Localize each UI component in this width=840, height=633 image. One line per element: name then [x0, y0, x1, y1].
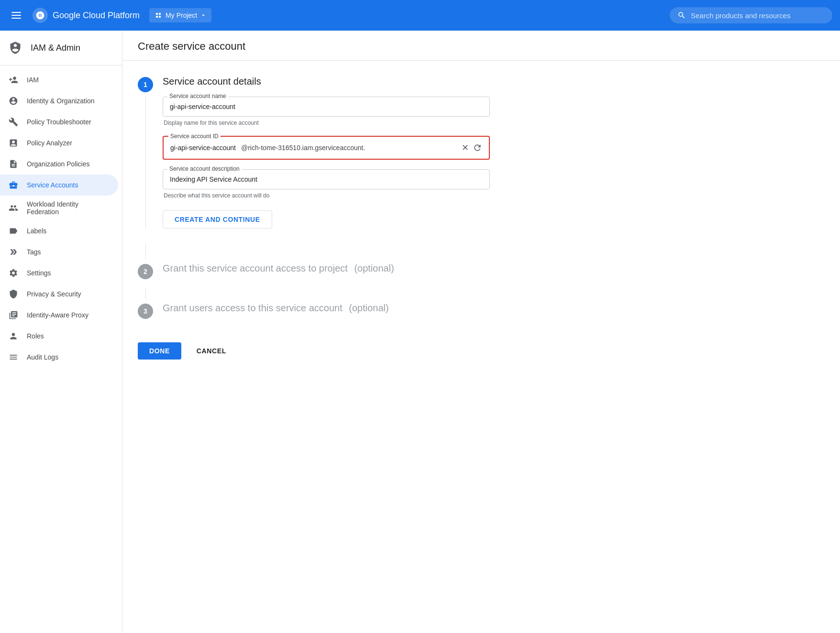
step-2-content: Grant this service account access to pro… — [163, 263, 490, 284]
name-field-wrapper: Service account name — [163, 97, 490, 117]
sidebar-item-service-accounts[interactable]: Service Accounts — [0, 175, 118, 196]
main-content: Create service account 1 Service account… — [122, 31, 840, 633]
sidebar-item-label-policy-analyzer: Policy Analyzer — [27, 139, 72, 147]
name-field-label: Service account name — [167, 93, 228, 99]
content-body: 1 Service account details Service accoun… — [122, 61, 505, 375]
menu-button[interactable] — [8, 8, 25, 22]
main-layout: IAM & Admin IAM Identity & Organization — [0, 31, 840, 633]
svg-point-2 — [156, 16, 158, 18]
person-add-icon — [8, 74, 19, 86]
id-field-label: Service account ID — [168, 133, 221, 140]
id-field-domain: @rich-tome-316510.iam.gserviceaccount. — [241, 144, 458, 152]
group-icon — [8, 202, 19, 214]
sidebar-item-label-service-accounts: Service Accounts — [27, 181, 78, 189]
double-arrow-icon — [8, 246, 19, 258]
sidebar-item-workload-identity[interactable]: Workload Identity Federation — [0, 196, 118, 220]
manage-accounts-icon — [8, 179, 19, 191]
service-account-name-input[interactable] — [163, 97, 490, 117]
sidebar-item-label-labels: Labels — [27, 227, 46, 235]
project-selector[interactable]: My Project — [149, 8, 211, 22]
sidebar-item-policy-analyzer[interactable]: Policy Analyzer — [0, 132, 118, 153]
sidebar-item-tags[interactable]: Tags — [0, 241, 118, 262]
step-3-title: Grant users access to this service accou… — [163, 303, 490, 314]
svg-point-1 — [159, 13, 161, 15]
service-account-id-field: Service account ID gi-api-service-accoun… — [163, 136, 490, 160]
step-connector-2-3 — [138, 287, 490, 299]
step-3-optional: (optional) — [349, 303, 388, 313]
content-header: Create service account — [122, 31, 840, 61]
wrench-icon — [8, 116, 19, 128]
search-bar[interactable]: Search products and resources — [670, 7, 832, 23]
view-list-icon — [8, 309, 19, 321]
account-circle-icon — [8, 95, 19, 107]
id-field-refresh-button[interactable] — [473, 143, 482, 153]
step-3: 3 Grant users access to this service acc… — [138, 303, 490, 323]
svg-point-3 — [159, 16, 161, 18]
description-field-hint: Describe what this service account will … — [163, 192, 490, 199]
step-3-content: Grant users access to this service accou… — [163, 303, 490, 323]
step-connector-1-2 — [138, 244, 490, 259]
cancel-button[interactable]: CANCEL — [185, 342, 238, 360]
step-2-optional: (optional) — [354, 263, 394, 273]
logo-icon — [33, 8, 48, 23]
app-logo: Google Cloud Platform — [33, 8, 140, 23]
sidebar-nav: IAM Identity & Organization Policy Troub… — [0, 65, 122, 371]
sidebar-item-settings[interactable]: Settings — [0, 262, 118, 284]
id-field-actions: ✕ — [462, 142, 482, 153]
sidebar-title: IAM & Admin — [31, 43, 80, 53]
create-and-continue-button[interactable]: CREATE AND CONTINUE — [163, 210, 272, 229]
page-title: Create service account — [138, 40, 825, 53]
sidebar-item-identity-aware-proxy[interactable]: Identity-Aware Proxy — [0, 305, 118, 326]
sidebar-header: IAM & Admin — [0, 31, 122, 65]
sidebar-item-label-audit-logs: Audit Logs — [27, 353, 58, 361]
service-account-description-input[interactable] — [163, 169, 490, 189]
sidebar-item-label-tags: Tags — [27, 248, 41, 256]
step-2-title: Grant this service account access to pro… — [163, 263, 490, 274]
search-placeholder: Search products and resources — [691, 11, 790, 20]
id-field-main-value: gi-api-service-account — [170, 144, 237, 152]
settings-icon — [8, 267, 19, 279]
app-header: Google Cloud Platform My Project Search … — [0, 0, 840, 31]
service-account-description-field: Service account description Describe wha… — [163, 169, 490, 199]
step-1: 1 Service account details Service accoun… — [138, 76, 490, 229]
id-field-clear-button[interactable]: ✕ — [462, 142, 469, 153]
shield-icon — [8, 288, 19, 300]
name-field-hint: Display name for this service account — [163, 120, 490, 126]
sidebar-item-label-workload-identity: Workload Identity Federation — [27, 200, 111, 216]
sidebar-item-identity-org[interactable]: Identity & Organization — [0, 90, 118, 111]
sidebar-item-policy-troubleshooter[interactable]: Policy Troubleshooter — [0, 111, 118, 132]
sidebar-item-label-roles: Roles — [27, 332, 44, 340]
sidebar-item-labels[interactable]: Labels — [0, 220, 118, 241]
sidebar-item-label-settings: Settings — [27, 269, 51, 277]
iam-admin-icon — [8, 40, 23, 55]
sidebar-item-label-org-policies: Organization Policies — [27, 160, 90, 168]
sidebar-item-label-identity-org: Identity & Organization — [27, 97, 95, 105]
step-1-number: 1 — [138, 77, 153, 92]
person-icon — [8, 330, 19, 342]
app-title: Google Cloud Platform — [53, 11, 140, 21]
bottom-actions: DONE CANCEL — [138, 342, 490, 360]
step-2: 2 Grant this service account access to p… — [138, 263, 490, 284]
step-1-title: Service account details — [163, 76, 490, 87]
sidebar-item-org-policies[interactable]: Organization Policies — [0, 153, 118, 175]
done-button[interactable]: DONE — [138, 342, 181, 360]
sidebar-item-privacy-security[interactable]: Privacy & Security — [0, 284, 118, 305]
step-3-number: 3 — [138, 304, 153, 319]
id-field-wrapper[interactable]: Service account ID gi-api-service-accoun… — [163, 136, 490, 160]
step-1-content: Service account details Service account … — [163, 76, 490, 229]
label-icon — [8, 225, 19, 237]
menu-icon — [8, 351, 19, 363]
description-icon — [8, 158, 19, 170]
list-alt-icon — [8, 137, 19, 149]
sidebar-item-label-identity-aware-proxy: Identity-Aware Proxy — [27, 311, 88, 319]
step-2-number: 2 — [138, 264, 153, 279]
svg-point-0 — [156, 13, 158, 15]
sidebar-item-iam[interactable]: IAM — [0, 69, 118, 90]
sidebar-item-label-policy-troubleshooter: Policy Troubleshooter — [27, 118, 91, 126]
sidebar-item-label-iam: IAM — [27, 76, 39, 84]
service-account-name-field: Service account name Display name for th… — [163, 97, 490, 126]
description-field-label: Service account description — [167, 165, 242, 172]
description-field-wrapper: Service account description — [163, 169, 490, 189]
sidebar-item-roles[interactable]: Roles — [0, 326, 118, 347]
sidebar-item-audit-logs[interactable]: Audit Logs — [0, 347, 118, 368]
